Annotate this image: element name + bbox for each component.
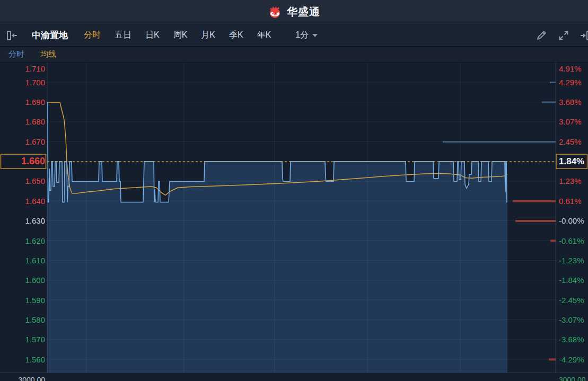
volume-axis-tick-left: 3000.00 — [18, 376, 45, 381]
percent-tick: 1.23% — [559, 176, 582, 185]
legend-average-line[interactable]: 均线 — [37, 49, 59, 60]
price-tick: 1.590 — [25, 296, 45, 305]
chart-toolbar: 中渝置地 分时 五日 日K 周K 月K 季K 年K 1分 — [0, 24, 588, 47]
percent-tick: -0.61% — [559, 236, 584, 245]
price-tick: 1.640 — [25, 197, 45, 206]
top-bar: 华盛通 — [0, 0, 588, 24]
sell-depth-bar — [443, 141, 556, 143]
volume-axis-tick-right: 3000.00 — [559, 376, 586, 381]
sell-depth-bar — [550, 82, 556, 83]
buy-depth-bar — [515, 220, 556, 222]
price-tick: 1.600 — [25, 276, 45, 285]
percent-tick: -2.45% — [559, 296, 584, 305]
price-tick: 1.650 — [25, 176, 45, 185]
brand-flame-icon — [268, 5, 282, 19]
draw-pencil-icon[interactable] — [536, 30, 547, 41]
stock-name: 中渝置地 — [32, 29, 68, 41]
fullscreen-expand-icon[interactable] — [558, 30, 569, 41]
price-tick: 1.570 — [25, 335, 45, 344]
percent-tick: 3.68% — [559, 98, 582, 107]
tab-minute-chart[interactable]: 分时 — [84, 29, 101, 42]
buy-depth-bar — [513, 200, 556, 202]
intraday-chart[interactable]: 1.7101.7001.6901.6801.6701.6601.6501.640… — [0, 63, 588, 381]
price-tick: 1.630 — [25, 216, 45, 225]
tab-daily-k[interactable]: 日K — [145, 29, 160, 42]
tab-weekly-k[interactable]: 周K — [173, 29, 188, 42]
tab-monthly-k[interactable]: 月K — [201, 29, 215, 42]
percent-tick: -4.29% — [559, 355, 584, 364]
percent-tick: 2.45% — [559, 137, 582, 146]
price-tick: 1.690 — [25, 98, 45, 107]
tab-five-day[interactable]: 五日 — [115, 29, 131, 42]
percent-tick: -1.84% — [559, 276, 584, 285]
price-tick: 1.580 — [25, 315, 45, 324]
chevron-down-icon — [312, 34, 318, 37]
tab-yearly-k[interactable]: 年K — [257, 29, 271, 42]
legend-minute-line[interactable]: 分时 — [5, 49, 28, 60]
toolbar-right-icons — [536, 30, 588, 41]
app-window: 华盛通 中渝置地 分时 五日 日K 周K 月K 季K 年K 1分 — [0, 0, 588, 381]
percent-tick: 3.07% — [559, 117, 582, 126]
minute-line-fill — [47, 102, 507, 373]
price-tick: 1.610 — [25, 256, 45, 265]
price-tick: 1.660 — [21, 156, 45, 166]
interval-dropdown[interactable]: 1分 — [292, 29, 321, 41]
percent-tick: 4.29% — [559, 78, 582, 87]
percent-tick: -3.07% — [559, 315, 584, 324]
collapse-left-panel-icon[interactable] — [5, 30, 18, 41]
price-tick: 1.670 — [25, 137, 45, 146]
percent-tick: -0.00% — [559, 216, 584, 225]
interval-value: 1分 — [295, 30, 309, 41]
price-tick: 1.620 — [25, 236, 45, 245]
price-tick: 1.710 — [25, 64, 45, 73]
intraday-chart-canvas: 1.7101.7001.6901.6801.6701.6601.6501.640… — [0, 63, 588, 381]
price-tick: 1.680 — [25, 117, 45, 126]
buy-depth-bar — [550, 240, 556, 242]
percent-tick: 4.91% — [559, 64, 582, 73]
price-tick: 1.700 — [25, 78, 45, 87]
percent-tick: -1.23% — [559, 256, 584, 265]
tab-quarterly-k[interactable]: 季K — [229, 29, 243, 42]
buy-depth-bar — [549, 358, 556, 360]
collapse-right-panel-icon[interactable] — [580, 30, 588, 41]
percent-tick: -3.68% — [559, 335, 584, 344]
percent-tick: 0.61% — [559, 197, 582, 206]
price-tick: 1.560 — [25, 355, 45, 364]
percent-tick: 1.84% — [559, 156, 584, 166]
sell-depth-bar — [542, 101, 556, 103]
chart-legend: 分时 均线 — [0, 47, 588, 63]
app-title: 华盛通 — [287, 5, 320, 19]
